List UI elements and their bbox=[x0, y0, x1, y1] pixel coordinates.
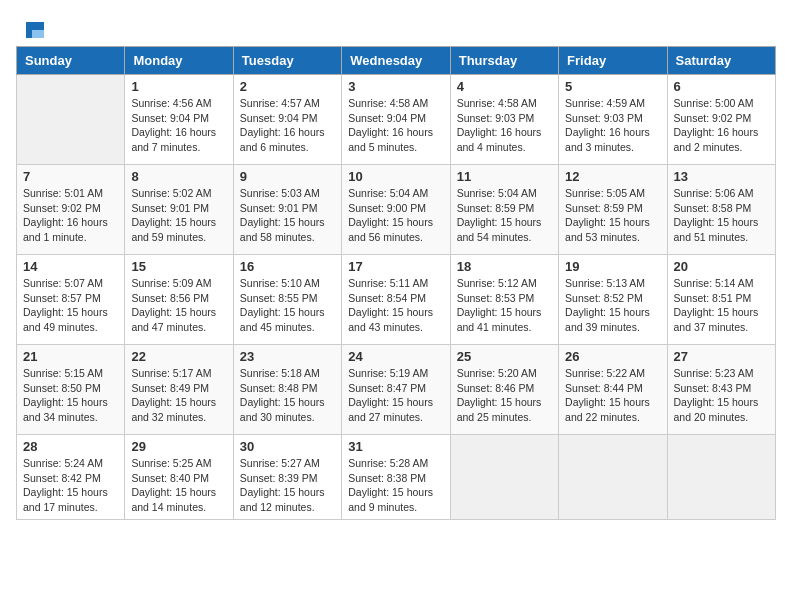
calendar-cell: 24Sunrise: 5:19 AM Sunset: 8:47 PM Dayli… bbox=[342, 345, 450, 435]
day-number: 12 bbox=[565, 169, 660, 184]
calendar-cell: 19Sunrise: 5:13 AM Sunset: 8:52 PM Dayli… bbox=[559, 255, 667, 345]
calendar-cell: 21Sunrise: 5:15 AM Sunset: 8:50 PM Dayli… bbox=[17, 345, 125, 435]
day-number: 17 bbox=[348, 259, 443, 274]
day-number: 3 bbox=[348, 79, 443, 94]
day-number: 15 bbox=[131, 259, 226, 274]
day-info: Sunrise: 5:27 AM Sunset: 8:39 PM Dayligh… bbox=[240, 456, 335, 515]
day-number: 31 bbox=[348, 439, 443, 454]
calendar-cell: 4Sunrise: 4:58 AM Sunset: 9:03 PM Daylig… bbox=[450, 75, 558, 165]
calendar-cell bbox=[559, 435, 667, 520]
calendar-cell: 10Sunrise: 5:04 AM Sunset: 9:00 PM Dayli… bbox=[342, 165, 450, 255]
calendar-cell: 31Sunrise: 5:28 AM Sunset: 8:38 PM Dayli… bbox=[342, 435, 450, 520]
day-info: Sunrise: 4:56 AM Sunset: 9:04 PM Dayligh… bbox=[131, 96, 226, 155]
day-info: Sunrise: 5:22 AM Sunset: 8:44 PM Dayligh… bbox=[565, 366, 660, 425]
day-number: 21 bbox=[23, 349, 118, 364]
day-info: Sunrise: 5:07 AM Sunset: 8:57 PM Dayligh… bbox=[23, 276, 118, 335]
calendar-cell: 9Sunrise: 5:03 AM Sunset: 9:01 PM Daylig… bbox=[233, 165, 341, 255]
day-number: 10 bbox=[348, 169, 443, 184]
day-number: 6 bbox=[674, 79, 769, 94]
day-number: 24 bbox=[348, 349, 443, 364]
calendar-cell bbox=[667, 435, 775, 520]
day-header-monday: Monday bbox=[125, 47, 233, 75]
logo bbox=[16, 16, 44, 38]
page-header bbox=[16, 16, 776, 38]
calendar-cell bbox=[450, 435, 558, 520]
calendar-week-row: 14Sunrise: 5:07 AM Sunset: 8:57 PM Dayli… bbox=[17, 255, 776, 345]
logo-icon bbox=[18, 16, 44, 42]
day-info: Sunrise: 4:58 AM Sunset: 9:04 PM Dayligh… bbox=[348, 96, 443, 155]
day-number: 11 bbox=[457, 169, 552, 184]
calendar-cell: 20Sunrise: 5:14 AM Sunset: 8:51 PM Dayli… bbox=[667, 255, 775, 345]
day-info: Sunrise: 5:03 AM Sunset: 9:01 PM Dayligh… bbox=[240, 186, 335, 245]
calendar-cell: 7Sunrise: 5:01 AM Sunset: 9:02 PM Daylig… bbox=[17, 165, 125, 255]
day-number: 23 bbox=[240, 349, 335, 364]
day-header-friday: Friday bbox=[559, 47, 667, 75]
day-info: Sunrise: 5:02 AM Sunset: 9:01 PM Dayligh… bbox=[131, 186, 226, 245]
day-number: 5 bbox=[565, 79, 660, 94]
day-info: Sunrise: 5:18 AM Sunset: 8:48 PM Dayligh… bbox=[240, 366, 335, 425]
calendar-cell: 12Sunrise: 5:05 AM Sunset: 8:59 PM Dayli… bbox=[559, 165, 667, 255]
calendar-cell: 6Sunrise: 5:00 AM Sunset: 9:02 PM Daylig… bbox=[667, 75, 775, 165]
svg-marker-1 bbox=[32, 30, 44, 38]
day-info: Sunrise: 5:09 AM Sunset: 8:56 PM Dayligh… bbox=[131, 276, 226, 335]
calendar-cell: 22Sunrise: 5:17 AM Sunset: 8:49 PM Dayli… bbox=[125, 345, 233, 435]
calendar-cell: 28Sunrise: 5:24 AM Sunset: 8:42 PM Dayli… bbox=[17, 435, 125, 520]
calendar-week-row: 21Sunrise: 5:15 AM Sunset: 8:50 PM Dayli… bbox=[17, 345, 776, 435]
day-info: Sunrise: 5:28 AM Sunset: 8:38 PM Dayligh… bbox=[348, 456, 443, 515]
calendar-cell: 3Sunrise: 4:58 AM Sunset: 9:04 PM Daylig… bbox=[342, 75, 450, 165]
calendar-cell: 18Sunrise: 5:12 AM Sunset: 8:53 PM Dayli… bbox=[450, 255, 558, 345]
day-number: 7 bbox=[23, 169, 118, 184]
day-header-sunday: Sunday bbox=[17, 47, 125, 75]
day-number: 1 bbox=[131, 79, 226, 94]
calendar-cell: 11Sunrise: 5:04 AM Sunset: 8:59 PM Dayli… bbox=[450, 165, 558, 255]
day-number: 27 bbox=[674, 349, 769, 364]
calendar-cell: 17Sunrise: 5:11 AM Sunset: 8:54 PM Dayli… bbox=[342, 255, 450, 345]
day-info: Sunrise: 5:04 AM Sunset: 8:59 PM Dayligh… bbox=[457, 186, 552, 245]
calendar-cell bbox=[17, 75, 125, 165]
calendar-cell: 2Sunrise: 4:57 AM Sunset: 9:04 PM Daylig… bbox=[233, 75, 341, 165]
day-info: Sunrise: 4:58 AM Sunset: 9:03 PM Dayligh… bbox=[457, 96, 552, 155]
day-info: Sunrise: 5:12 AM Sunset: 8:53 PM Dayligh… bbox=[457, 276, 552, 335]
day-number: 25 bbox=[457, 349, 552, 364]
day-info: Sunrise: 5:23 AM Sunset: 8:43 PM Dayligh… bbox=[674, 366, 769, 425]
day-number: 22 bbox=[131, 349, 226, 364]
calendar-cell: 5Sunrise: 4:59 AM Sunset: 9:03 PM Daylig… bbox=[559, 75, 667, 165]
day-header-saturday: Saturday bbox=[667, 47, 775, 75]
calendar-cell: 15Sunrise: 5:09 AM Sunset: 8:56 PM Dayli… bbox=[125, 255, 233, 345]
day-number: 29 bbox=[131, 439, 226, 454]
calendar-week-row: 28Sunrise: 5:24 AM Sunset: 8:42 PM Dayli… bbox=[17, 435, 776, 520]
day-info: Sunrise: 5:05 AM Sunset: 8:59 PM Dayligh… bbox=[565, 186, 660, 245]
calendar-cell: 23Sunrise: 5:18 AM Sunset: 8:48 PM Dayli… bbox=[233, 345, 341, 435]
day-info: Sunrise: 5:14 AM Sunset: 8:51 PM Dayligh… bbox=[674, 276, 769, 335]
day-number: 18 bbox=[457, 259, 552, 274]
calendar-cell: 25Sunrise: 5:20 AM Sunset: 8:46 PM Dayli… bbox=[450, 345, 558, 435]
day-info: Sunrise: 5:24 AM Sunset: 8:42 PM Dayligh… bbox=[23, 456, 118, 515]
day-number: 20 bbox=[674, 259, 769, 274]
calendar-cell: 29Sunrise: 5:25 AM Sunset: 8:40 PM Dayli… bbox=[125, 435, 233, 520]
day-number: 4 bbox=[457, 79, 552, 94]
day-info: Sunrise: 5:17 AM Sunset: 8:49 PM Dayligh… bbox=[131, 366, 226, 425]
day-info: Sunrise: 5:11 AM Sunset: 8:54 PM Dayligh… bbox=[348, 276, 443, 335]
calendar-week-row: 1Sunrise: 4:56 AM Sunset: 9:04 PM Daylig… bbox=[17, 75, 776, 165]
calendar-cell: 1Sunrise: 4:56 AM Sunset: 9:04 PM Daylig… bbox=[125, 75, 233, 165]
day-info: Sunrise: 5:04 AM Sunset: 9:00 PM Dayligh… bbox=[348, 186, 443, 245]
calendar-cell: 27Sunrise: 5:23 AM Sunset: 8:43 PM Dayli… bbox=[667, 345, 775, 435]
day-header-thursday: Thursday bbox=[450, 47, 558, 75]
day-number: 30 bbox=[240, 439, 335, 454]
day-number: 2 bbox=[240, 79, 335, 94]
day-info: Sunrise: 5:20 AM Sunset: 8:46 PM Dayligh… bbox=[457, 366, 552, 425]
calendar-cell: 16Sunrise: 5:10 AM Sunset: 8:55 PM Dayli… bbox=[233, 255, 341, 345]
calendar-cell: 8Sunrise: 5:02 AM Sunset: 9:01 PM Daylig… bbox=[125, 165, 233, 255]
day-info: Sunrise: 5:25 AM Sunset: 8:40 PM Dayligh… bbox=[131, 456, 226, 515]
calendar-cell: 26Sunrise: 5:22 AM Sunset: 8:44 PM Dayli… bbox=[559, 345, 667, 435]
day-info: Sunrise: 4:59 AM Sunset: 9:03 PM Dayligh… bbox=[565, 96, 660, 155]
day-number: 13 bbox=[674, 169, 769, 184]
day-info: Sunrise: 5:15 AM Sunset: 8:50 PM Dayligh… bbox=[23, 366, 118, 425]
calendar-cell: 30Sunrise: 5:27 AM Sunset: 8:39 PM Dayli… bbox=[233, 435, 341, 520]
day-number: 9 bbox=[240, 169, 335, 184]
day-info: Sunrise: 5:19 AM Sunset: 8:47 PM Dayligh… bbox=[348, 366, 443, 425]
calendar-week-row: 7Sunrise: 5:01 AM Sunset: 9:02 PM Daylig… bbox=[17, 165, 776, 255]
calendar-header-row: SundayMondayTuesdayWednesdayThursdayFrid… bbox=[17, 47, 776, 75]
day-number: 28 bbox=[23, 439, 118, 454]
day-header-tuesday: Tuesday bbox=[233, 47, 341, 75]
